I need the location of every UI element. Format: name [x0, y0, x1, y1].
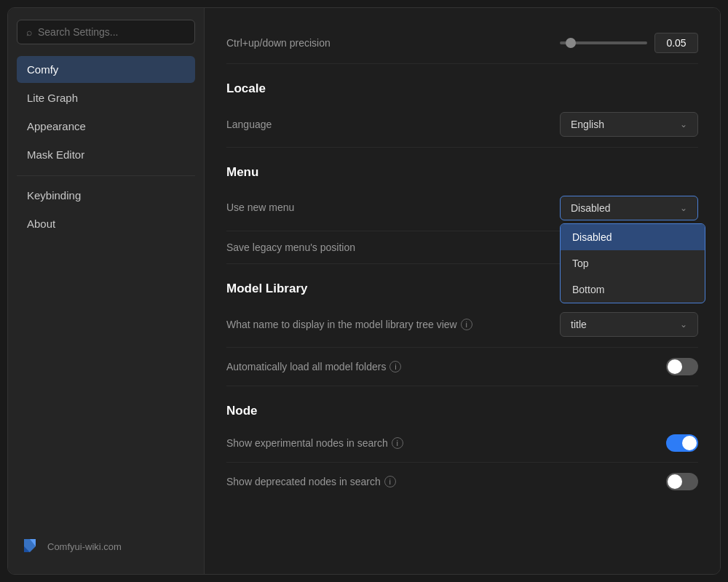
model-name-label: What name to display in the model librar…	[226, 317, 457, 332]
setting-row-new-menu: Use new menu Disabled ⌄ Disabled Top Bot…	[226, 186, 698, 231]
language-label: Language	[226, 119, 272, 130]
search-input[interactable]	[38, 26, 186, 38]
deprecated-nodes-toggle[interactable]	[666, 473, 698, 490]
language-value: English	[571, 119, 604, 130]
setting-row-model-name: What name to display in the model librar…	[226, 302, 698, 348]
sidebar-item-keybinding[interactable]: Keybinding	[17, 182, 195, 209]
setting-row-language: Language English ⌄	[226, 102, 698, 148]
new-menu-select[interactable]: Disabled ⌄	[560, 196, 698, 220]
legacy-menu-label: Save legacy menu's position	[226, 242, 355, 253]
auto-load-toggle-thumb	[668, 359, 682, 374]
sidebar-item-about[interactable]: About	[17, 210, 195, 237]
dropdown-item-top[interactable]: Top	[561, 250, 705, 276]
language-select[interactable]: English ⌄	[560, 112, 698, 137]
experimental-nodes-toggle-thumb	[682, 436, 697, 450]
model-name-label-group: What name to display in the model librar…	[226, 317, 472, 332]
experimental-nodes-info-icon: i	[392, 437, 403, 449]
precision-label: Ctrl+up/down precision	[226, 37, 331, 49]
model-name-select[interactable]: title ⌄	[560, 312, 698, 337]
comfy-logo-icon	[20, 536, 40, 557]
search-box[interactable]: ⌕	[17, 20, 195, 44]
auto-load-info-icon: i	[389, 361, 401, 372]
experimental-nodes-label-group: Show experimental nodes in search i	[226, 436, 403, 451]
auto-load-label-group: Automatically load all model folders i	[226, 359, 401, 375]
precision-slider[interactable]	[560, 41, 647, 44]
auto-load-label: Automatically load all model folders	[226, 359, 386, 375]
model-name-chevron-icon: ⌄	[680, 319, 687, 330]
slider-container: 0.05	[560, 33, 698, 53]
sidebar-item-litegraph[interactable]: Lite Graph	[17, 84, 195, 111]
sidebar-divider	[17, 175, 195, 176]
setting-row-deprecated-nodes: Show deprecated nodes in search i	[226, 463, 698, 501]
new-menu-dropdown: Disabled Top Bottom	[560, 223, 705, 303]
language-chevron-icon: ⌄	[680, 119, 687, 129]
deprecated-nodes-info-icon: i	[384, 476, 396, 487]
deprecated-nodes-toggle-thumb	[668, 474, 682, 489]
sidebar-item-appearance[interactable]: Appearance	[17, 113, 195, 140]
menu-section-title: Menu	[226, 165, 698, 180]
setting-row-auto-load-folders: Automatically load all model folders i	[226, 348, 698, 386]
deprecated-nodes-label: Show deprecated nodes in search	[226, 474, 381, 490]
node-section-title: Node	[226, 404, 698, 418]
deprecated-nodes-label-group: Show deprecated nodes in search i	[226, 474, 396, 490]
new-menu-value: Disabled	[571, 202, 610, 214]
experimental-nodes-label: Show experimental nodes in search	[226, 436, 388, 451]
dropdown-item-disabled[interactable]: Disabled	[561, 224, 705, 250]
locale-section-title: Locale	[226, 81, 698, 96]
main-content: Ctrl+up/down precision 0.05 Locale Langu…	[205, 8, 720, 574]
setting-row-precision: Ctrl+up/down precision 0.05	[226, 23, 698, 64]
dropdown-item-bottom[interactable]: Bottom	[561, 276, 705, 303]
model-name-info-icon: i	[461, 319, 472, 330]
settings-dialog: ⌕ Comfy Lite Graph Appearance Mask Edito…	[7, 7, 721, 575]
new-menu-chevron-icon: ⌄	[680, 203, 687, 213]
sidebar-item-comfy[interactable]: Comfy	[17, 56, 195, 83]
sidebar: ⌕ Comfy Lite Graph Appearance Mask Edito…	[8, 8, 205, 574]
model-name-value: title	[571, 319, 587, 330]
search-icon: ⌕	[26, 26, 32, 38]
new-menu-dropdown-wrapper: Disabled ⌄ Disabled Top Bottom	[560, 196, 698, 220]
sidebar-footer: Comfyui-wiki.com	[17, 530, 195, 562]
new-menu-label: Use new menu	[226, 196, 294, 213]
footer-text: Comfyui-wiki.com	[47, 541, 122, 552]
slider-thumb	[566, 38, 576, 48]
auto-load-toggle[interactable]	[666, 358, 698, 375]
experimental-nodes-toggle[interactable]	[666, 434, 698, 452]
setting-row-experimental-nodes: Show experimental nodes in search i	[226, 424, 698, 463]
sidebar-item-maskeditor[interactable]: Mask Editor	[17, 141, 195, 168]
precision-value: 0.05	[654, 33, 698, 53]
